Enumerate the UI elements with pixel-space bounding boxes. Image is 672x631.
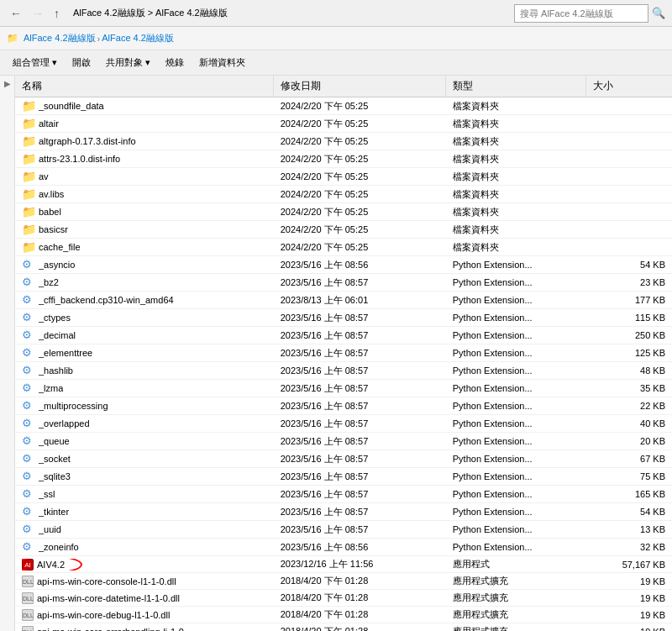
- dll-icon: DLL: [22, 592, 34, 604]
- table-row[interactable]: ⚙ _cffi_backend.cp310-win_amd64 2023/8/1…: [15, 292, 672, 309]
- file-name-cell: 📁 av: [15, 168, 274, 186]
- table-row[interactable]: ⚙ _lzma 2023/5/16 上午 08:57Python Extensi…: [15, 380, 672, 397]
- table-row[interactable]: ⚙ _tkinter 2023/5/16 上午 08:57Python Exte…: [15, 503, 672, 521]
- forward-button[interactable]: →: [29, 5, 47, 22]
- table-row[interactable]: AI AIV4.2 2023/12/16 上午 11:56應用程式57,167 …: [15, 556, 672, 573]
- file-date-cell: 2023/5/16 上午 08:57: [274, 468, 446, 486]
- table-row[interactable]: 📁 altair 2024/2/20 下午 05:25檔案資料夾: [15, 115, 672, 133]
- file-name-cell: 📁 basicsr: [15, 221, 274, 239]
- file-name-cell: DLL api-ms-win-core-datetime-l1-1-0.dll: [15, 590, 274, 607]
- file-name-cell: 📁 cache_file: [15, 239, 274, 256]
- folder-icon: 📁: [22, 117, 35, 130]
- table-row[interactable]: ⚙ _queue 2023/5/16 上午 08:57Python Extens…: [15, 433, 672, 450]
- table-row[interactable]: 📁 _soundfile_data 2024/2/20 下午 05:25檔案資料…: [15, 97, 672, 115]
- pyd-icon: ⚙: [22, 381, 35, 395]
- table-row[interactable]: ⚙ _uuid 2023/5/16 上午 08:57Python Extensi…: [15, 521, 672, 539]
- pyd-icon: ⚙: [22, 487, 35, 501]
- table-row[interactable]: ⚙ _asyncio 2023/5/16 上午 08:56Python Exte…: [15, 256, 672, 274]
- table-row[interactable]: ⚙ _sqlite3 2023/5/16 上午 08:57Python Exte…: [15, 468, 672, 486]
- table-row[interactable]: ⚙ _ctypes 2023/5/16 上午 08:57Python Exten…: [15, 309, 672, 327]
- table-row[interactable]: DLL api-ms-win-core-console-l1-1-0.dll 2…: [15, 573, 672, 590]
- file-name-cell: ⚙ _bz2: [15, 274, 274, 292]
- table-row[interactable]: ⚙ _hashlib 2023/5/16 上午 08:57Python Exte…: [15, 362, 672, 380]
- file-name-label: _ssl: [39, 489, 55, 499]
- file-date-cell: 2023/5/16 上午 08:57: [274, 362, 446, 380]
- search-input[interactable]: [514, 4, 648, 23]
- file-name-cell: 📁 attrs-23.1.0.dist-info: [15, 150, 274, 168]
- col-name[interactable]: 名稱: [15, 76, 274, 97]
- table-row[interactable]: DLL api-ms-win-core-datetime-l1-1-0.dll …: [15, 590, 672, 607]
- main-container: ▶ 名稱 修改日期 類型 大小 📁 _soundfile_data 2024/2…: [0, 76, 672, 631]
- up-button[interactable]: ↑: [50, 5, 63, 22]
- file-type-cell: Python Extension...: [446, 539, 586, 556]
- file-type-cell: 檔案資料夾: [446, 186, 586, 203]
- table-row[interactable]: 📁 basicsr 2024/2/20 下午 05:25檔案資料夾: [15, 221, 672, 239]
- table-row[interactable]: 📁 cache_file 2024/2/20 下午 05:25檔案資料夾: [15, 239, 672, 256]
- file-name-label: altgraph-0.17.3.dist-info: [39, 136, 136, 146]
- newfolder-button[interactable]: 新增資料夾: [193, 54, 251, 71]
- file-type-cell: 檔案資料夾: [446, 150, 586, 168]
- table-row[interactable]: 📁 babel 2024/2/20 下午 05:25檔案資料夾: [15, 203, 672, 221]
- table-row[interactable]: ⚙ _elementtree 2023/5/16 上午 08:57Python …: [15, 344, 672, 362]
- file-name-label: _sqlite3: [39, 471, 71, 481]
- table-row[interactable]: ⚙ _multiprocessing 2023/5/16 上午 08:57Pyt…: [15, 397, 672, 415]
- search-icon: 🔍: [652, 7, 665, 19]
- pyd-icon: ⚙: [22, 346, 35, 360]
- file-name-cell: 📁 _soundfile_data: [15, 97, 274, 115]
- pyd-icon: ⚙: [22, 399, 35, 413]
- table-row[interactable]: 📁 av 2024/2/20 下午 05:25檔案資料夾: [15, 168, 672, 186]
- left-expand-icon: ▶: [3, 79, 12, 88]
- file-name-label: _lzma: [39, 383, 63, 393]
- burn-button[interactable]: 燒錄: [160, 54, 190, 71]
- file-size-cell: [585, 239, 672, 256]
- table-row[interactable]: ⚙ _bz2 2023/5/16 上午 08:57Python Extensio…: [15, 274, 672, 292]
- file-name-label: _overlapped: [39, 418, 90, 429]
- table-row[interactable]: ⚙ _ssl 2023/5/16 上午 08:57Python Extensio…: [15, 486, 672, 503]
- file-date-cell: 2024/2/20 下午 05:25: [274, 168, 446, 186]
- file-type-cell: Python Extension...: [446, 344, 586, 362]
- back-button[interactable]: ←: [7, 5, 25, 22]
- file-name-cell: ⚙ _uuid: [15, 521, 274, 539]
- file-type-cell: 檔案資料夾: [446, 97, 586, 115]
- file-size-cell: 75 KB: [585, 468, 672, 486]
- file-name-cell: ⚙ _hashlib: [15, 362, 274, 380]
- table-row[interactable]: 📁 av.libs 2024/2/20 下午 05:25檔案資料夾: [15, 186, 672, 203]
- breadcrumb-part1[interactable]: AlFace 4.2融線版: [24, 32, 96, 45]
- file-name-cell: ⚙ _multiprocessing: [15, 397, 274, 415]
- breadcrumb-part2[interactable]: AlFace 4.2融線版: [102, 32, 174, 45]
- table-row[interactable]: DLL api-ms-win-core-errorhandling-li-1-0…: [15, 623, 672, 632]
- file-name-label: _tkinter: [39, 507, 69, 517]
- col-size[interactable]: 大小: [585, 76, 672, 97]
- organize-button[interactable]: 組合管理 ▾: [7, 54, 63, 71]
- file-type-cell: Python Extension...: [446, 397, 586, 415]
- open-button[interactable]: 開啟: [66, 54, 97, 71]
- col-date[interactable]: 修改日期: [274, 76, 446, 97]
- table-row[interactable]: ⚙ _zoneinfo 2023/5/16 上午 08:56Python Ext…: [15, 539, 672, 556]
- file-name-label: _queue: [39, 436, 70, 446]
- file-size-cell: 54 KB: [585, 503, 672, 521]
- table-row[interactable]: 📁 attrs-23.1.0.dist-info 2024/2/20 下午 05…: [15, 150, 672, 168]
- table-row[interactable]: ⚙ _socket 2023/5/16 上午 08:57Python Exten…: [15, 450, 672, 468]
- file-size-cell: 19 KB: [585, 573, 672, 590]
- file-list[interactable]: 名稱 修改日期 類型 大小 📁 _soundfile_data 2024/2/2…: [15, 76, 672, 631]
- file-date-cell: 2023/5/16 上午 08:57: [274, 309, 446, 327]
- file-name-label: _zoneinfo: [39, 542, 79, 552]
- file-size-cell: 23 KB: [585, 274, 672, 292]
- folder-icon: 📁: [22, 187, 35, 201]
- file-size-cell: 57,167 KB: [585, 556, 672, 573]
- pyd-icon: ⚙: [22, 258, 35, 271]
- table-row[interactable]: DLL api-ms-win-core-debug-l1-1-0.dll 201…: [15, 607, 672, 623]
- share-button[interactable]: 共用對象 ▾: [100, 54, 156, 71]
- file-size-cell: [585, 168, 672, 186]
- file-name-label: _bz2: [39, 277, 59, 287]
- table-row[interactable]: ⚙ _overlapped 2023/5/16 上午 08:57Python E…: [15, 415, 672, 433]
- col-type[interactable]: 類型: [446, 76, 586, 97]
- title-bar: ← → ↑ AlFace 4.2融線版 > AlFace 4.2融線版 🔍: [0, 0, 672, 27]
- file-date-cell: 2024/2/20 下午 05:25: [274, 221, 446, 239]
- file-name-cell: ⚙ _asyncio: [15, 256, 274, 274]
- table-row[interactable]: ⚙ _decimal 2023/5/16 上午 08:57Python Exte…: [15, 327, 672, 344]
- file-name-label: av.libs: [39, 189, 64, 199]
- table-row[interactable]: 📁 altgraph-0.17.3.dist-info 2024/2/20 下午…: [15, 133, 672, 150]
- file-name-cell: 📁 altgraph-0.17.3.dist-info: [15, 133, 274, 150]
- pyd-icon: ⚙: [22, 311, 35, 324]
